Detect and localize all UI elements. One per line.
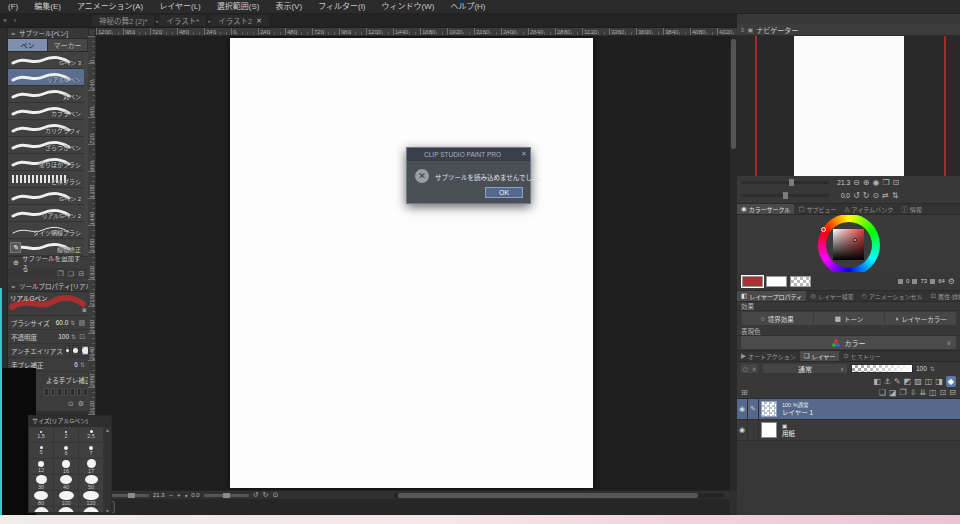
layer-property-tab[interactable]: ⊡ 属性-詳細 xyxy=(927,291,960,301)
zoom-in-icon[interactable]: + xyxy=(177,492,181,499)
layer-thumbnail[interactable] xyxy=(761,401,777,417)
menu-item[interactable]: 編集(E) xyxy=(26,0,69,14)
color-panel-tab[interactable]: ◉ カラーサークル xyxy=(737,204,794,214)
brush-size-preset[interactable]: 100 xyxy=(54,491,79,507)
layer-thumbnail[interactable] xyxy=(761,422,777,438)
size-palette-scrollbar[interactable]: ▲ ▼ xyxy=(104,427,111,513)
navigator-rotate-slider[interactable] xyxy=(741,194,829,197)
menu-item[interactable]: レイヤー(L) xyxy=(151,0,209,14)
tone-button[interactable]: ▩ トーン xyxy=(813,312,885,325)
opacity-value[interactable]: 100 xyxy=(58,333,69,340)
canvas-area[interactable] xyxy=(96,36,730,490)
opacity-stepper[interactable]: ⇅ xyxy=(930,365,935,372)
brush-item[interactable]: ✎ Gペン 3 xyxy=(8,52,84,69)
scroll-up-icon[interactable]: ▲ xyxy=(105,427,110,433)
primary-color-swatch[interactable] xyxy=(742,276,763,287)
layer-opacity-slider[interactable] xyxy=(851,364,913,373)
zoom-100-icon[interactable]: ▪ xyxy=(185,492,187,499)
aa-middle-button[interactable] xyxy=(81,345,88,356)
layer-name[interactable]: 用紙 xyxy=(782,430,795,438)
blend-mode-dropdown[interactable]: 通常 ∨ xyxy=(762,363,848,374)
layer-visibility-eye-icon[interactable]: ◉ xyxy=(737,399,748,419)
preset-thumbnail[interactable] xyxy=(70,388,75,396)
brush-size-preset[interactable]: 17 xyxy=(79,459,104,475)
brush-size-stepper[interactable]: ⇅ xyxy=(70,319,75,326)
layer-filter-dropdown[interactable]: ▢ ∨ xyxy=(740,363,759,374)
flip-horizontal-icon[interactable]: ⇄ xyxy=(882,191,889,200)
reset-rotation-icon[interactable]: ⊙ xyxy=(872,191,879,200)
menu-item[interactable]: 選択範囲(S) xyxy=(209,0,268,14)
document-tab[interactable]: イラスト* xyxy=(159,15,206,26)
apply-mask-icon[interactable]: ⊡ xyxy=(940,387,947,398)
stabilization-value[interactable]: 6 xyxy=(74,361,78,368)
new-vector-layer-icon[interactable]: ◪ xyxy=(889,387,897,398)
brush-item[interactable]: ✎ カブラペン xyxy=(8,103,84,120)
layer-property-tab[interactable]: ◧ レイヤープロパティ xyxy=(737,291,806,301)
lock-transparent-pixels-icon[interactable]: ▨ xyxy=(914,376,922,387)
brush-item[interactable]: ✎ Gペン 2 xyxy=(8,188,84,205)
draft-layer-icon[interactable]: ✎ xyxy=(894,376,901,387)
brush-size-preset[interactable]: 50 xyxy=(79,475,104,491)
opacity-stepper[interactable]: ⇅ xyxy=(71,333,76,340)
preset-thumbnail[interactable] xyxy=(51,388,56,396)
brush-size-preset[interactable]: 1.5 xyxy=(29,427,54,443)
delete-layer-icon[interactable]: ⊟ xyxy=(949,387,956,398)
brush-size-preset[interactable]: 6 xyxy=(54,443,79,459)
delete-subtool-icon[interactable]: ⊟ xyxy=(78,270,84,278)
preset-thumbnail[interactable] xyxy=(64,388,69,396)
brush-size-preset[interactable]: 40 xyxy=(54,475,79,491)
flip-vertical-icon[interactable]: ⇅ xyxy=(892,191,899,200)
menu-item[interactable]: ヘルプ(H) xyxy=(442,0,493,14)
tool-property-header[interactable]: ✒ ツールプロパティ[リアルGペン] xyxy=(8,281,88,292)
slider-thumb[interactable] xyxy=(783,192,788,199)
brush-item[interactable]: ✎ ビルブラシ xyxy=(8,171,84,188)
rotate-slider-thumb[interactable] xyxy=(223,493,230,498)
preset-thumbnail[interactable] xyxy=(77,388,82,396)
layer-property-tab[interactable]: ◇ アニメーションセル xyxy=(858,291,927,301)
enable-mask-icon[interactable]: ◫ xyxy=(925,376,933,387)
zoom-100-icon[interactable]: ◉ xyxy=(872,178,879,187)
subtool-tab[interactable]: マーカー xyxy=(48,39,88,51)
reset-settings-icon[interactable]: ⊙ xyxy=(68,400,74,408)
layer-name[interactable]: レイヤー 1 xyxy=(782,409,813,417)
transfer-to-lower-icon[interactable]: ⇩ xyxy=(910,387,917,398)
navigator-header[interactable]: ≡ ▣ ナビゲーター xyxy=(737,24,960,36)
add-subtool-row[interactable]: ⊕ サブツールを追加する xyxy=(8,256,88,268)
canvas-vertical-scrollbar[interactable] xyxy=(730,36,737,490)
rotate-right-icon[interactable]: ↻ xyxy=(863,191,870,200)
layer-palette-color-icon[interactable]: ◆ xyxy=(946,376,956,387)
layer-row[interactable]: ◉ ✎ 100 %通常 レイヤー 1 xyxy=(737,399,960,420)
brush-item[interactable]: ✎ リアルGペン xyxy=(8,69,84,86)
brush-size-preset[interactable]: 30 xyxy=(29,475,54,491)
layer-panel-tab[interactable]: ⊙ ヒストリー xyxy=(839,351,884,361)
slider-thumb[interactable] xyxy=(789,179,794,186)
brush-size-preset[interactable]: 120 xyxy=(79,491,104,507)
menu-item[interactable]: ウィンドウ(W) xyxy=(374,0,443,14)
new-raster-layer-icon[interactable]: ❏ xyxy=(879,387,886,398)
duplicate-subtool-icon[interactable]: ❏ xyxy=(68,270,74,278)
brush-size-preset[interactable] xyxy=(29,507,54,513)
rotate-slider[interactable] xyxy=(204,494,249,497)
brush-item[interactable]: ✎ タイツ網線ブラシ xyxy=(8,222,84,239)
preset-thumbnail[interactable] xyxy=(57,388,62,396)
secondary-color-swatch[interactable] xyxy=(766,276,787,287)
stabilization-stepper[interactable]: ⇅ xyxy=(80,361,85,368)
collapse-left-icon[interactable]: « xyxy=(0,14,10,27)
rotate-left-icon[interactable]: ↺ xyxy=(253,491,259,499)
navigator-preview[interactable] xyxy=(737,36,960,176)
reference-layer-icon[interactable]: ⚓ xyxy=(884,376,891,387)
fit-to-window-icon[interactable]: ⊡ xyxy=(893,178,900,187)
menu-item[interactable]: フィルター(I) xyxy=(310,0,373,14)
lock-layer-icon[interactable]: ◩ xyxy=(904,376,912,387)
advanced-settings-icon[interactable]: ⚙ xyxy=(78,400,84,408)
brush-item[interactable]: ✎ 線幅修正 xyxy=(8,239,84,256)
brush-size-preset[interactable]: 2 xyxy=(54,427,79,443)
subtool-panel-header[interactable]: ✒ サブツール[ペン] xyxy=(8,28,88,39)
scroll-down-icon[interactable]: ▼ xyxy=(105,508,110,513)
canvas-horizontal-scrollbar[interactable] xyxy=(394,493,724,498)
expression-color-dropdown[interactable]: カラー ∨ xyxy=(741,336,956,349)
opacity-dynamics-icon[interactable]: ⊡ xyxy=(79,333,85,341)
create-mask-icon[interactable]: ◫ xyxy=(929,387,937,398)
collapse-right-icon[interactable]: ‹ xyxy=(10,14,20,27)
brush-item[interactable]: ✎ 丸ペン xyxy=(8,86,84,103)
